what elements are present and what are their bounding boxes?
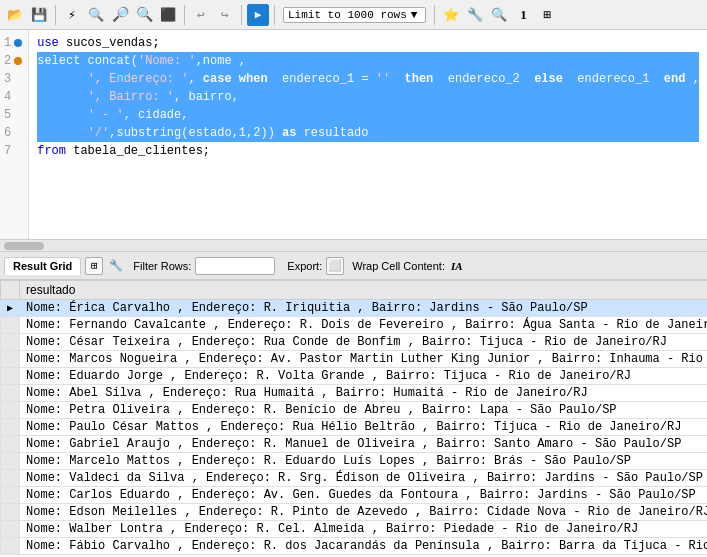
- line-number-6: 6: [0, 124, 28, 142]
- redo-icon[interactable]: ↪: [214, 4, 236, 26]
- code-line-5: ' - ', cidade,: [37, 106, 699, 124]
- table-row[interactable]: Nome: Abel Silva , Endereço: Rua Humaitá…: [1, 385, 708, 402]
- code-line-3: ', Endereço: ', case when endereco_1 = '…: [37, 70, 699, 88]
- zoom-in-icon[interactable]: 🔎: [109, 4, 131, 26]
- result-table: resultado ▶Nome: Érica Carvalho , Endere…: [0, 280, 707, 555]
- result-tabs-bar: Result Grid ⊞ 🔧 Filter Rows: Export: ⬜ W…: [0, 252, 707, 280]
- limit-select[interactable]: Limit to 1000 rows ▼: [283, 7, 426, 23]
- result-grid-tab-label: Result Grid: [13, 260, 72, 272]
- row-marker-cell: [1, 436, 20, 453]
- row-marker-cell: [1, 419, 20, 436]
- resultado-cell: Nome: César Teixeira , Endereço: Rua Con…: [20, 334, 707, 351]
- row-marker-cell: [1, 334, 20, 351]
- result-grid-tab[interactable]: Result Grid: [4, 257, 81, 275]
- toolbar-separator-1: [55, 5, 56, 25]
- line-numbers: 1234567: [0, 30, 29, 239]
- table-row[interactable]: Nome: Petra Oliveira , Endereço: R. Bení…: [1, 402, 708, 419]
- code-line-6: '/',substring(estado,1,2)) as resultado: [37, 124, 699, 142]
- undo-icon[interactable]: ↩: [190, 4, 212, 26]
- resultado-cell: Nome: Petra Oliveira , Endereço: R. Bení…: [20, 402, 707, 419]
- lightning-icon[interactable]: ⚡: [61, 4, 83, 26]
- resultado-cell: Nome: Fernando Cavalcante , Endereço: R.…: [20, 317, 707, 334]
- row-marker-cell: [1, 538, 20, 555]
- line-number-1: 1: [0, 34, 28, 52]
- line-dot-2: [14, 57, 22, 65]
- code-line-4: ', Bairro: ', bairro,: [37, 88, 699, 106]
- search-icon[interactable]: 🔍: [85, 4, 107, 26]
- resultado-cell: Nome: Walber Lontra , Endereço: R. Cel. …: [20, 521, 707, 538]
- grid2-icon[interactable]: ⊞: [536, 4, 558, 26]
- table-row[interactable]: Nome: Paulo César Mattos , Endereço: Rua…: [1, 419, 708, 436]
- resultado-cell: Nome: Paulo César Mattos , Endereço: Rua…: [20, 419, 707, 436]
- line-dot-1: [14, 39, 22, 47]
- table-row[interactable]: Nome: Valdeci da Silva , Endereço: R. Sr…: [1, 470, 708, 487]
- result-panel: Result Grid ⊞ 🔧 Filter Rows: Export: ⬜ W…: [0, 252, 707, 557]
- number-icon[interactable]: 1: [512, 4, 534, 26]
- resultado-cell: Nome: Abel Silva , Endereço: Rua Humaitá…: [20, 385, 707, 402]
- wrap-cell-label: Wrap Cell Content:: [352, 260, 445, 272]
- grid-view-icon[interactable]: ⊞: [85, 257, 103, 275]
- grid-icon[interactable]: ⬛: [157, 4, 179, 26]
- star-icon[interactable]: ⭐: [440, 4, 462, 26]
- play-marker-icon: ▶: [7, 303, 13, 314]
- resultado-cell: Nome: Edson Meilelles , Endereço: R. Pin…: [20, 504, 707, 521]
- filter-icon[interactable]: 🔧: [107, 257, 125, 275]
- resultado-cell: Nome: Fábio Carvalho , Endereço: R. dos …: [20, 538, 707, 555]
- row-marker-cell: [1, 470, 20, 487]
- resultado-cell: Nome: Érica Carvalho , Endereço: R. Iriq…: [20, 300, 707, 317]
- toolbar-separator-5: [434, 5, 435, 25]
- table-row[interactable]: Nome: César Teixeira , Endereço: Rua Con…: [1, 334, 708, 351]
- table-row[interactable]: Nome: Walber Lontra , Endereço: R. Cel. …: [1, 521, 708, 538]
- code-editor: 1234567 use sucos_vendas;select concat('…: [0, 30, 707, 240]
- table-row[interactable]: Nome: Eduardo Jorge , Endereço: R. Volta…: [1, 368, 708, 385]
- line-number-7: 7: [0, 142, 28, 160]
- filter-rows-label: Filter Rows:: [133, 260, 191, 272]
- row-marker-cell: [1, 368, 20, 385]
- funnel-icon[interactable]: 🔧: [464, 4, 486, 26]
- table-row[interactable]: Nome: Marcos Nogueira , Endereço: Av. Pa…: [1, 351, 708, 368]
- row-marker-cell: [1, 487, 20, 504]
- table-row[interactable]: ▶Nome: Érica Carvalho , Endereço: R. Iri…: [1, 300, 708, 317]
- toolbar-separator-2: [184, 5, 185, 25]
- line-number-2: 2: [0, 52, 28, 70]
- search2-icon[interactable]: 🔍: [488, 4, 510, 26]
- table-row[interactable]: Nome: Fábio Carvalho , Endereço: R. dos …: [1, 538, 708, 555]
- line-number-3: 3: [0, 70, 28, 88]
- row-marker-cell: [1, 385, 20, 402]
- code-line-7: from tabela_de_clientes;: [37, 142, 699, 160]
- resultado-cell: Nome: Gabriel Araujo , Endereço: R. Manu…: [20, 436, 707, 453]
- scrollbar-thumb[interactable]: [4, 242, 44, 250]
- code-line-2: select concat('Nome: ',nome ,: [37, 52, 699, 70]
- code-line-1: use sucos_vendas;: [37, 34, 699, 52]
- resultado-cell: Nome: Marcelo Mattos , Endereço: R. Edua…: [20, 453, 707, 470]
- table-row[interactable]: Nome: Marcelo Mattos , Endereço: R. Edua…: [1, 453, 708, 470]
- row-marker-cell: [1, 351, 20, 368]
- row-marker-cell: [1, 521, 20, 538]
- row-marker-cell: ▶: [1, 300, 20, 317]
- export-icon[interactable]: ⬜: [326, 257, 344, 275]
- table-row[interactable]: Nome: Gabriel Araujo , Endereço: R. Manu…: [1, 436, 708, 453]
- limit-dropdown-arrow: ▼: [411, 9, 418, 21]
- table-row[interactable]: Nome: Edson Meilelles , Endereço: R. Pin…: [1, 504, 708, 521]
- table-row[interactable]: Nome: Carlos Eduardo , Endereço: Av. Gen…: [1, 487, 708, 504]
- table-row[interactable]: Nome: Fernando Cavalcante , Endereço: R.…: [1, 317, 708, 334]
- ia-button[interactable]: IA: [451, 260, 463, 272]
- row-marker-cell: [1, 504, 20, 521]
- execute-icon[interactable]: ▶: [247, 4, 269, 26]
- save-icon[interactable]: 💾: [28, 4, 50, 26]
- filter-rows-input[interactable]: [195, 257, 275, 275]
- editor-scrollbar[interactable]: [0, 240, 707, 252]
- resultado-column-header: resultado: [20, 281, 707, 300]
- toolbar-separator-4: [274, 5, 275, 25]
- limit-label: Limit to 1000 rows: [288, 9, 407, 21]
- toolbar: 📂 💾 ⚡ 🔍 🔎 🔍 ⬛ ↩ ↪ ▶ Limit to 1000 rows ▼…: [0, 0, 707, 30]
- row-marker-cell: [1, 402, 20, 419]
- export-label: Export:: [287, 260, 322, 272]
- result-grid[interactable]: resultado ▶Nome: Érica Carvalho , Endere…: [0, 280, 707, 557]
- code-area[interactable]: use sucos_vendas;select concat('Nome: ',…: [29, 30, 707, 239]
- folder-open-icon[interactable]: 📂: [4, 4, 26, 26]
- toolbar-separator-3: [241, 5, 242, 25]
- row-marker-cell: [1, 453, 20, 470]
- zoom-out-icon[interactable]: 🔍: [133, 4, 155, 26]
- line-number-4: 4: [0, 88, 28, 106]
